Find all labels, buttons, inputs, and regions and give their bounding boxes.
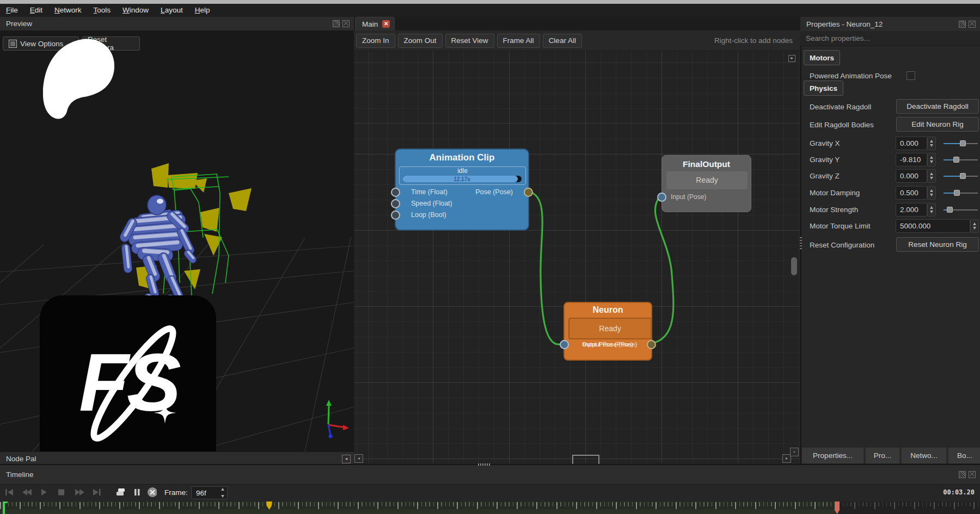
splitter-handle[interactable] bbox=[478, 463, 490, 466]
menu-bar: FileEditNetworkToolsWindowLayoutHelp bbox=[0, 4, 980, 17]
prop-label: Gravity X bbox=[810, 139, 840, 147]
value-motor-torque-limit[interactable]: 5000.000 bbox=[896, 219, 970, 233]
wire-layer bbox=[354, 51, 799, 463]
wire-neuron-to-final[interactable] bbox=[652, 197, 673, 343]
slider-gravity-x[interactable] bbox=[944, 137, 978, 150]
menu-help[interactable]: Help bbox=[189, 4, 216, 17]
layers-icon[interactable] bbox=[117, 488, 125, 496]
panel-splitter-grip[interactable] bbox=[800, 236, 802, 249]
close-panel-icon[interactable] bbox=[969, 471, 976, 478]
frame-all-button[interactable]: Frame All bbox=[497, 34, 540, 48]
properties-title: Properties - Neuron_12 bbox=[800, 20, 883, 28]
value-gravity-y[interactable]: -9.810 bbox=[896, 153, 927, 166]
frame-spinner[interactable] bbox=[219, 487, 226, 498]
checkbox-powered-animation-pose[interactable] bbox=[906, 71, 915, 80]
range-start-marker[interactable] bbox=[3, 501, 5, 514]
edit-neuron-rig-button[interactable]: Edit Neuron Rig bbox=[896, 117, 979, 132]
spinner[interactable] bbox=[970, 219, 979, 233]
input-socket[interactable] bbox=[391, 199, 400, 208]
node-final-output[interactable]: FinalOutput Ready Input (Pose) bbox=[661, 155, 751, 212]
output-socket-pose[interactable] bbox=[524, 188, 533, 197]
input-socket[interactable] bbox=[391, 210, 400, 220]
float-panel-icon[interactable] bbox=[333, 20, 340, 27]
preview-panel-header: Preview bbox=[0, 17, 354, 31]
float-panel-icon[interactable] bbox=[959, 21, 966, 28]
clip-progress-bar: 12.17s bbox=[402, 176, 522, 182]
rewind-icon[interactable] bbox=[22, 489, 32, 496]
stop-icon[interactable] bbox=[58, 490, 64, 496]
node-palette-title: Node Pal bbox=[0, 455, 36, 463]
zoom-out-button[interactable]: Zoom Out bbox=[398, 34, 443, 48]
close-panel-icon[interactable] bbox=[969, 21, 976, 28]
menu-edit[interactable]: Edit bbox=[24, 4, 48, 17]
pause-icon[interactable] bbox=[134, 489, 140, 496]
final-status: Ready bbox=[666, 171, 748, 189]
spinner[interactable] bbox=[927, 153, 936, 166]
slider-motor-damping[interactable] bbox=[944, 186, 978, 200]
timecode: 00:03.20 bbox=[943, 488, 975, 496]
wire-animclip-to-neuron[interactable] bbox=[526, 191, 562, 344]
prop-label: Reset Configuration bbox=[810, 241, 874, 249]
skip-end-icon[interactable] bbox=[93, 489, 101, 496]
spinner[interactable] bbox=[927, 169, 936, 183]
preview-viewport[interactable]: View Options Reset Camera FS bbox=[0, 30, 354, 451]
value-motor-damping[interactable]: 0.500 bbox=[896, 186, 927, 200]
spinner[interactable] bbox=[927, 186, 936, 200]
value-gravity-x[interactable]: 0.000 bbox=[896, 137, 927, 150]
section-motors[interactable]: Motors bbox=[804, 50, 840, 65]
slider-motor-strength[interactable] bbox=[944, 203, 978, 216]
search-properties-input[interactable]: Search properties... bbox=[800, 31, 980, 46]
reset-neuron-rig-button[interactable]: Reset Neuron Rig bbox=[896, 237, 979, 252]
ragdoll-figure bbox=[125, 195, 193, 301]
axis-gizmo bbox=[326, 400, 349, 438]
node-editor-toolbar: Zoom InZoom OutReset ViewFrame AllClear … bbox=[354, 30, 800, 51]
bottom-tab-2[interactable]: Netwo... bbox=[901, 447, 947, 463]
value-motor-strength[interactable]: 2.000 bbox=[896, 203, 927, 216]
timeline-ruler[interactable] bbox=[0, 501, 980, 514]
prop-label: Gravity Y bbox=[810, 156, 840, 164]
close-panel-icon[interactable] bbox=[342, 20, 350, 27]
slider-gravity-z[interactable] bbox=[944, 169, 978, 183]
frame-label: Frame: bbox=[164, 488, 188, 497]
menu-window[interactable]: Window bbox=[117, 4, 155, 17]
close-tab-icon[interactable]: ✕ bbox=[382, 20, 390, 28]
prop-label: Deactivate Ragdoll bbox=[810, 103, 871, 111]
section-physics[interactable]: Physics bbox=[804, 80, 843, 96]
cancel-icon[interactable] bbox=[148, 487, 157, 497]
bottom-tab-1[interactable]: Pro... bbox=[865, 447, 900, 463]
clip-box: idle 12.17s bbox=[399, 166, 526, 185]
slider-gravity-y[interactable] bbox=[944, 153, 978, 166]
value-gravity-z[interactable]: 0.000 bbox=[896, 169, 927, 183]
menu-network[interactable]: Network bbox=[48, 4, 88, 17]
float-panel-icon[interactable] bbox=[959, 471, 966, 478]
white-blob-logo bbox=[38, 35, 120, 122]
window-top-strip bbox=[0, 0, 980, 4]
spinner[interactable] bbox=[927, 203, 936, 216]
menu-file[interactable]: File bbox=[0, 4, 24, 17]
fast-forward-icon[interactable] bbox=[75, 489, 84, 496]
node-neuron[interactable]: Neuron Ready Input Pose (Pose) Output Po… bbox=[564, 302, 652, 361]
view-options-icon bbox=[9, 40, 17, 48]
collapse-palette-icon[interactable]: ◂ bbox=[342, 455, 351, 463]
reset-view-button[interactable]: Reset View bbox=[445, 34, 494, 48]
zoom-in-button[interactable]: Zoom In bbox=[356, 34, 395, 48]
prop-label: Edit Ragdoll Bodies bbox=[810, 121, 874, 129]
tab-main[interactable]: Main ✕ bbox=[355, 17, 395, 30]
fs-logo: FS bbox=[40, 295, 216, 472]
input-socket-pose[interactable] bbox=[657, 193, 666, 202]
bottom-tab-0[interactable]: Properties... bbox=[801, 447, 864, 463]
neuron-status: Ready bbox=[568, 318, 652, 339]
skip-start-icon[interactable] bbox=[5, 489, 13, 496]
canvas-hint: Right-click to add nodes bbox=[714, 36, 793, 45]
node-editor-tabbar: Main ✕ bbox=[354, 17, 800, 31]
bottom-tab-3[interactable]: Bo... bbox=[948, 447, 980, 463]
deactivate-ragdoll-button[interactable]: Deactivate Ragdoll bbox=[896, 99, 979, 114]
play-icon[interactable] bbox=[41, 489, 47, 496]
menu-tools[interactable]: Tools bbox=[88, 4, 117, 17]
clear-all-button[interactable]: Clear All bbox=[543, 34, 582, 48]
spinner[interactable] bbox=[927, 137, 936, 150]
prop-label: Gravity Z bbox=[810, 172, 840, 180]
menu-layout[interactable]: Layout bbox=[155, 4, 189, 17]
node-animation-clip[interactable]: Animation Clip idle 12.17s Time (Float)S… bbox=[395, 148, 529, 231]
prop-label: Motor Torque Limit bbox=[810, 222, 871, 230]
